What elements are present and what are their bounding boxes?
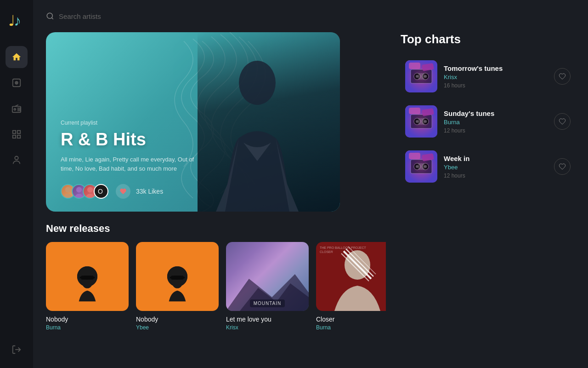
- svg-point-19: [65, 187, 71, 192]
- sidebar-item-grid[interactable]: [6, 123, 28, 145]
- svg-rect-11: [17, 131, 20, 133]
- chart-item-week-in[interactable]: Week in Ybee 12 hours: [401, 146, 575, 187]
- chart-name-3: Week in: [444, 155, 548, 162]
- release-title-4: Closer: [316, 316, 386, 323]
- avatar-stack: O: [61, 184, 108, 199]
- release-cover-2: [136, 242, 219, 311]
- chart-thumb-1: [405, 60, 437, 92]
- svg-rect-25: [81, 276, 94, 279]
- avatar-4: O: [94, 184, 108, 199]
- chart-info-2: Sunday's tunes Burna 12 hours: [444, 109, 548, 134]
- svg-point-18: [239, 61, 276, 105]
- sidebar-bottom: [6, 339, 28, 361]
- search-input[interactable]: [59, 12, 151, 20]
- sidebar-item-logout[interactable]: [6, 339, 28, 361]
- hero-content: Current playlist R & B Hits All mine, Li…: [46, 107, 340, 212]
- chart-like-button-2[interactable]: [554, 113, 571, 130]
- svg-rect-61: [409, 108, 420, 114]
- svg-point-20: [76, 187, 82, 192]
- hero-label: Current playlist: [61, 120, 325, 126]
- svg-rect-69: [418, 163, 424, 170]
- release-cover-3: MOUNTAIN: [226, 242, 309, 311]
- chart-duration-3: 12 hours: [444, 172, 548, 179]
- content-area: Current playlist R & B Hits All mine, Li…: [33, 32, 588, 368]
- release-cover-4: THE PRO BALLOON PROJECTCLOSER: [316, 242, 386, 311]
- release-card-letmeloveyou[interactable]: MOUNTAIN Let me love you Krisx: [226, 242, 309, 331]
- hero-title: R & B Hits: [61, 130, 325, 150]
- chart-info-3: Week in Ybee 12 hours: [444, 155, 548, 179]
- svg-line-17: [51, 17, 53, 19]
- svg-point-6: [14, 109, 16, 110]
- chart-like-button-1[interactable]: [554, 68, 571, 85]
- svg-rect-52: [409, 63, 420, 69]
- chart-duration-1: 16 hours: [444, 82, 548, 89]
- hero-like-button[interactable]: [116, 184, 130, 199]
- svg-rect-60: [418, 118, 424, 125]
- search-bar: [46, 12, 151, 20]
- release-artist-4: Burna: [316, 324, 386, 331]
- release-card-nobody-ybee[interactable]: Nobody Ybee: [136, 242, 219, 331]
- main-content: Current playlist R & B Hits All mine, Li…: [33, 0, 588, 368]
- chart-thumb-3: [405, 150, 437, 183]
- hero-description: All mine, Lie again, Pretty call me ever…: [61, 155, 208, 173]
- svg-point-21: [87, 187, 93, 192]
- release-card-closer-burna[interactable]: THE PRO BALLOON PROJECTCLOSER Closer Bur…: [316, 242, 386, 331]
- chart-name-1: Tomorrow's tunes: [444, 64, 548, 72]
- left-panel: Current playlist R & B Hits All mine, Li…: [46, 32, 386, 359]
- svg-text:♪: ♪: [14, 12, 21, 29]
- chart-thumb-2: [405, 105, 437, 138]
- release-artist-2: Ybee: [136, 324, 219, 331]
- chart-duration-2: 12 hours: [444, 127, 548, 134]
- chart-item-tomorrows-tunes[interactable]: Tomorrow's tunes Krisx 16 hours: [401, 56, 575, 97]
- svg-rect-13: [17, 135, 20, 138]
- sidebar-item-radio[interactable]: [6, 98, 28, 120]
- right-panel: Top charts: [401, 32, 575, 359]
- hero-footer: O 33k Likes: [61, 184, 325, 199]
- chart-like-button-3[interactable]: [554, 158, 571, 175]
- release-title-2: Nobody: [136, 316, 219, 323]
- release-title-1: Nobody: [46, 316, 129, 323]
- svg-rect-10: [13, 131, 16, 133]
- releases-grid: Nobody Burna: [46, 242, 386, 331]
- release-card-nobody-burna[interactable]: Nobody Burna: [46, 242, 129, 331]
- svg-rect-28: [171, 276, 184, 279]
- svg-text:O: O: [98, 188, 103, 195]
- search-icon: [46, 12, 54, 20]
- svg-point-4: [16, 82, 17, 83]
- sidebar-item-home[interactable]: [6, 46, 28, 68]
- chart-artist-1: Krisx: [444, 74, 548, 80]
- svg-point-16: [47, 13, 52, 18]
- app-logo: ♩ ♪: [4, 7, 29, 35]
- hero-playlist-card[interactable]: Current playlist R & B Hits All mine, Li…: [46, 32, 340, 212]
- chart-name-2: Sunday's tunes: [444, 109, 548, 117]
- release-artist-1: Burna: [46, 324, 129, 331]
- sidebar: ♩ ♪: [0, 0, 33, 368]
- sidebar-item-profile[interactable]: [6, 149, 28, 171]
- release-artist-3: Krisx: [226, 324, 309, 331]
- chart-artist-3: Ybee: [444, 164, 548, 171]
- chart-list: Tomorrow's tunes Krisx 16 hours: [401, 56, 575, 187]
- new-releases-section: New releases: [46, 223, 386, 331]
- top-charts-title: Top charts: [401, 32, 575, 46]
- svg-rect-51: [418, 73, 424, 80]
- release-cover-1: [46, 242, 129, 311]
- sidebar-item-music-store[interactable]: [6, 72, 28, 94]
- chart-item-sundays-tunes[interactable]: Sunday's tunes Burna 12 hours: [401, 101, 575, 142]
- release-title-3: Let me love you: [226, 316, 309, 323]
- chart-artist-2: Burna: [444, 119, 548, 126]
- svg-rect-12: [13, 135, 16, 138]
- sidebar-nav: [6, 46, 28, 339]
- svg-rect-70: [409, 153, 420, 159]
- new-releases-title: New releases: [46, 223, 386, 235]
- svg-point-14: [15, 156, 18, 160]
- chart-info-1: Tomorrow's tunes Krisx 16 hours: [444, 64, 548, 89]
- header: [33, 0, 588, 32]
- hero-likes: 33k Likes: [136, 188, 163, 195]
